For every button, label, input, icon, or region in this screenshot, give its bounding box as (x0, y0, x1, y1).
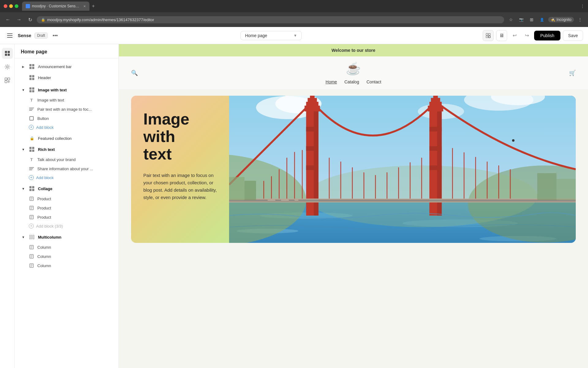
nav-catalog[interactable]: Catalog (344, 79, 359, 84)
svg-rect-43 (310, 96, 315, 99)
product-2-label: Product (37, 206, 112, 210)
box-outline-icon-1 (29, 196, 34, 201)
image-with-text-block-label: Image with text (37, 98, 112, 102)
t-icon-2: T (29, 157, 34, 162)
svg-rect-13 (8, 78, 10, 80)
multicolumn-icon (29, 234, 35, 240)
back-button[interactable]: ← (4, 15, 12, 24)
undo-button[interactable]: ↩ (510, 31, 519, 40)
sidebar-subitem-column-1[interactable]: Column (15, 243, 119, 252)
sidebar-subitem-product-2[interactable]: Product (15, 203, 119, 213)
browser-menu-button[interactable]: ⋮ (576, 15, 584, 24)
sidebar-subitem-image-with-text-block[interactable]: T Image with text (15, 95, 119, 105)
svg-rect-2 (7, 37, 13, 38)
box-outline-icon-col2 (29, 254, 34, 259)
forward-button[interactable]: → (15, 15, 23, 24)
sidebar-item-image-with-text[interactable]: ▼ Image with text (15, 84, 119, 95)
app-header-left: Sense Draft ••• (5, 31, 59, 40)
hero-section: Imagewithtext Pair text with an image to… (131, 96, 576, 243)
save-button[interactable]: Save (563, 30, 583, 41)
expand-toggle: ▼ (21, 235, 26, 240)
sidebar-subitem-button[interactable]: Button (15, 114, 119, 123)
svg-rect-0 (7, 33, 13, 34)
panel-title: Home page (15, 44, 119, 59)
collage-icon (29, 186, 35, 192)
talk-about-brand-label: Talk about your brand (37, 157, 112, 162)
sidebar-item-collage[interactable]: ▼ Collage (15, 183, 119, 194)
sidebar-subitem-pair-text[interactable]: Pair text with an image to foc... (15, 105, 119, 114)
svg-rect-79 (244, 181, 256, 200)
sidebar-subitem-column-2[interactable]: Column (15, 252, 119, 261)
redo-button[interactable]: ↪ (522, 31, 532, 40)
lock-icon: 🔒 (41, 18, 45, 22)
window-menu-button[interactable]: ⋮ (581, 4, 584, 8)
add-block-label-3: Add block (3/3) (36, 224, 63, 228)
sidebar-subitem-talk-about-brand[interactable]: T Talk about your brand (15, 155, 119, 164)
hero-bridge-background (229, 96, 576, 243)
sidebar-subitem-share-information[interactable]: Share information about your ... (15, 164, 119, 173)
svg-rect-76 (229, 200, 576, 201)
expand-toggle (21, 136, 26, 141)
tab-close-button[interactable]: ✕ (83, 5, 86, 8)
store-cart-icon[interactable]: 🛒 (569, 70, 576, 76)
sidebar-item-rich-text[interactable]: ▼ Rich text (15, 144, 119, 155)
browser-toolbar: ← → ↻ 🔒 moodjoy.myshopify.com/admin/them… (0, 12, 588, 27)
store-announcement-bar: Welcome to our store (119, 44, 588, 56)
refresh-button[interactable]: ↻ (26, 15, 34, 24)
theme-settings-button[interactable] (2, 61, 13, 72)
store-logo: ☕ Home Catalog Contact (326, 61, 381, 84)
pair-text-label: Pair text with an image to foc... (37, 107, 112, 112)
nav-home[interactable]: Home (326, 79, 337, 84)
tab-bar: moodjoy · Customize Sense · S ✕ + (22, 2, 581, 11)
svg-rect-3 (486, 33, 488, 35)
url-text: moodjoy.myshopify.com/admin/themes/13614… (47, 17, 154, 22)
nav-contact[interactable]: Contact (367, 79, 381, 84)
sidebar-item-multicolumn[interactable]: ▼ Multicolumn (15, 232, 119, 243)
no-camera-button[interactable]: 📷 (517, 15, 526, 24)
maximize-traffic-light[interactable] (15, 4, 18, 8)
extensions-button[interactable]: ⊞ (527, 15, 536, 24)
panel-content: ▶ Announcement bar Header (15, 59, 119, 368)
share-information-label: Share information about your ... (37, 167, 112, 171)
selection-mode-button[interactable] (483, 30, 494, 41)
page-selector-arrow: ▼ (293, 33, 297, 38)
svg-rect-6 (488, 36, 490, 38)
add-block-button-2[interactable]: + Add block (15, 173, 119, 182)
page-selector-dropdown[interactable]: Home page ▼ (240, 31, 302, 40)
new-tab-button[interactable]: + (92, 3, 95, 9)
layers-panel-button[interactable] (2, 48, 13, 59)
publish-button[interactable]: Publish (534, 31, 560, 40)
active-tab[interactable]: moodjoy · Customize Sense · S ✕ (22, 2, 89, 11)
main-content: Home page ▶ Announcement bar Header (0, 44, 588, 368)
minimize-traffic-light[interactable] (9, 4, 13, 8)
expand-toggle (21, 75, 26, 80)
address-bar[interactable]: 🔒 moodjoy.myshopify.com/admin/themes/136… (37, 16, 504, 23)
sidebar-subitem-product-3[interactable]: Product (15, 213, 119, 222)
product-1-label: Product (37, 197, 112, 201)
sidebar-subitem-product-1[interactable]: Product (15, 194, 119, 203)
sidebar-subitem-column-3[interactable]: Column (15, 261, 119, 270)
more-options-button[interactable]: ••• (51, 31, 59, 40)
box-outline-icon-col1 (29, 244, 34, 250)
app-blocks-button[interactable] (2, 75, 13, 86)
sidebar-item-featured-collection[interactable]: 🔒 Featured collection (15, 133, 119, 144)
svg-rect-48 (429, 165, 442, 170)
expand-toggle: ▼ (21, 87, 26, 92)
sidebar-item-header[interactable]: Header (15, 72, 119, 83)
t-icon: T (29, 97, 34, 103)
plus-circle-icon-3: + (29, 224, 34, 228)
add-block-label-1: Add block (36, 125, 54, 130)
sidebar-toggle-button[interactable] (5, 31, 15, 40)
add-block-button-1[interactable]: + Add block (15, 123, 119, 132)
sidebar-item-announcement-bar[interactable]: ▶ Announcement bar (15, 61, 119, 72)
profile-button[interactable]: 👤 (538, 15, 546, 24)
store-search-icon[interactable]: 🔍 (131, 70, 138, 76)
icon-sidebar (0, 44, 15, 368)
close-traffic-light[interactable] (4, 4, 7, 8)
desktop-view-button[interactable]: 🖥 (496, 30, 507, 41)
announcement-bar-label: Announcement bar (38, 64, 112, 69)
tab-title: moodjoy · Customize Sense · S (32, 4, 80, 8)
page-selector-text: Home page (245, 33, 291, 38)
product-3-label: Product (37, 215, 112, 220)
bookmark-button[interactable]: ☆ (507, 15, 515, 24)
